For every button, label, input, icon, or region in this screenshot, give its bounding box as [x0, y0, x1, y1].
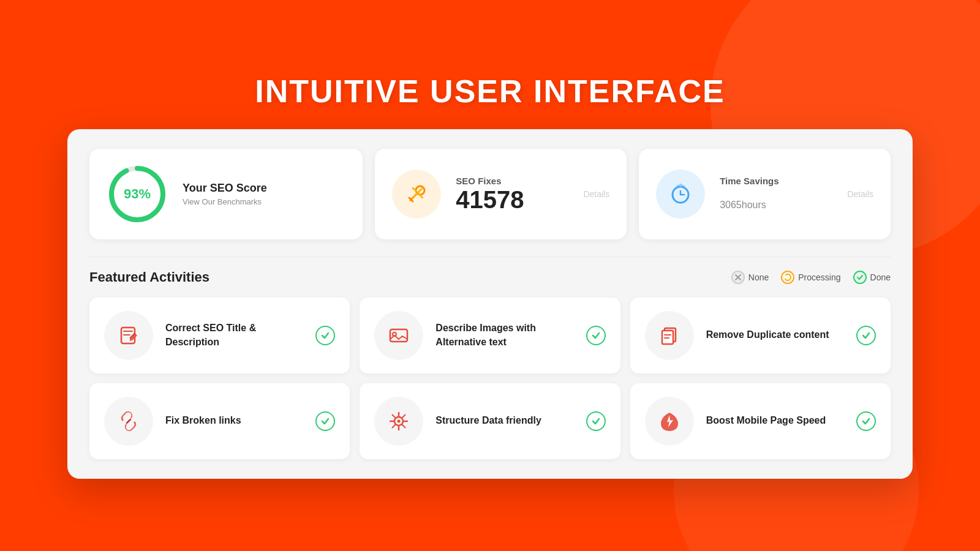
seo-fixes-numbers: SEO Fixes 41578 [456, 176, 524, 212]
time-savings-card: Time Savings 3065hours Details [639, 149, 891, 239]
seo-score-ring: 93% [107, 163, 168, 225]
view-benchmarks-link[interactable]: View Our Benchmarks [183, 197, 267, 206]
dashboard: 93% Your SEO Score View Our Benchmarks [67, 129, 913, 479]
fix-broken-label: Fix Broken links [165, 414, 303, 427]
boost-mobile-label: Boost Mobile Page Speed [706, 414, 844, 427]
activity-card-fix-broken: Fix Broken links [89, 383, 350, 459]
activities-header: Featured Activities None Processing [89, 269, 891, 285]
time-savings-value: 3065hours [720, 187, 778, 212]
describe-images-status [586, 326, 606, 345]
remove-duplicate-label: Remove Duplicate content [706, 328, 844, 342]
seo-score-info: Your SEO Score View Our Benchmarks [183, 182, 267, 206]
describe-images-icon-circle [374, 311, 423, 360]
divider [89, 257, 891, 257]
page-wrapper: INTUITIVE USER INTERFACE 93% Your SEO Sc… [67, 73, 913, 479]
boost-mobile-icon-circle [645, 397, 694, 446]
seo-fixes-details-link[interactable]: Details [583, 189, 609, 199]
time-savings-details-link[interactable]: Details [847, 189, 873, 199]
seo-fixes-icon-circle [392, 170, 441, 219]
fix-broken-icon-circle [104, 397, 153, 446]
structure-data-label: Structure Data friendly [435, 414, 573, 427]
activities-title: Featured Activities [89, 269, 209, 285]
seo-fixes-label: SEO Fixes [456, 176, 524, 186]
svg-point-25 [398, 419, 401, 422]
fix-broken-status [315, 411, 335, 431]
seo-fixes-value: 41578 [456, 187, 524, 212]
seo-fixes-card: SEO Fixes 41578 Details [375, 149, 627, 239]
svg-point-12 [785, 274, 791, 280]
correct-seo-label: Correct SEO Title & Description [165, 321, 303, 349]
page-title: INTUITIVE USER INTERFACE [255, 73, 725, 110]
time-unit: hours [742, 200, 766, 210]
remove-duplicate-icon-circle [645, 311, 694, 360]
activities-grid: Correct SEO Title & Description Describe… [89, 298, 891, 459]
legend-none: None [731, 271, 769, 284]
legend-processing: Processing [781, 271, 840, 284]
legend-done: Done [853, 271, 891, 284]
legend-none-label: None [748, 272, 769, 282]
structure-data-status [586, 411, 606, 431]
structure-data-icon-circle [374, 397, 423, 446]
legend-done-icon [853, 271, 867, 284]
legend-done-label: Done [870, 272, 891, 282]
activity-card-correct-seo: Correct SEO Title & Description [89, 298, 350, 373]
time-savings-icon-circle [656, 170, 705, 219]
legend-none-icon [731, 271, 745, 284]
legend-processing-icon [781, 271, 794, 284]
seo-score-value: 93% [124, 186, 151, 202]
seo-score-label: Your SEO Score [183, 182, 267, 195]
correct-seo-icon-circle [104, 311, 153, 360]
seo-score-card: 93% Your SEO Score View Our Benchmarks [89, 149, 363, 239]
correct-seo-status [315, 326, 335, 345]
svg-line-23 [127, 419, 130, 423]
legend: None Processing Done [731, 271, 891, 284]
time-savings-numbers: Time Savings 3065hours [720, 176, 778, 212]
activity-card-remove-duplicate: Remove Duplicate content [630, 298, 891, 373]
activity-card-structure-data: Structure Data friendly [360, 383, 620, 459]
boost-mobile-status [856, 411, 876, 431]
describe-images-label: Describe Images with Alternative text [435, 321, 573, 349]
time-savings-label: Time Savings [720, 176, 778, 186]
stats-row: 93% Your SEO Score View Our Benchmarks [89, 149, 891, 239]
activity-card-boost-mobile: Boost Mobile Page Speed [630, 383, 891, 459]
activity-card-describe-images: Describe Images with Alternative text [360, 298, 620, 373]
legend-processing-label: Processing [798, 272, 840, 282]
remove-duplicate-status [856, 326, 876, 345]
